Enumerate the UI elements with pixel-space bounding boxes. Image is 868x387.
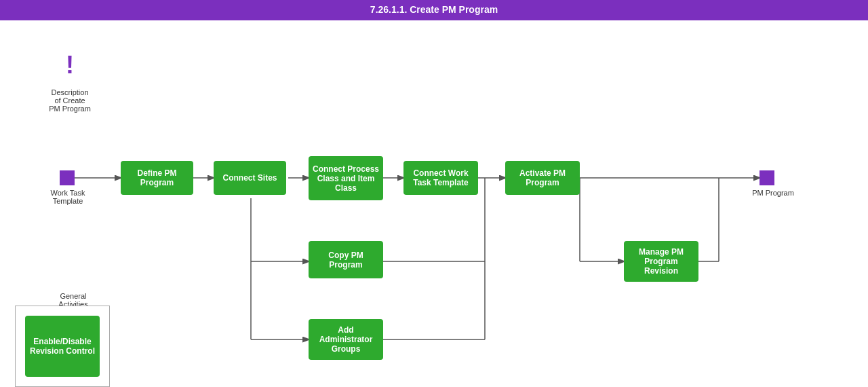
activate-pm-node[interactable]: Activate PMProgram bbox=[505, 161, 580, 195]
canvas: ! Descriptionof CreatePM Program Work Ta… bbox=[0, 20, 868, 387]
arrows-svg bbox=[0, 20, 868, 387]
work-task-template-icon bbox=[60, 170, 75, 185]
add-administrator-groups-node[interactable]: AddAdministratorGroups bbox=[309, 319, 383, 360]
description-label: Descriptionof CreatePM Program bbox=[43, 88, 97, 113]
page-title: 7.26.1.1. Create PM Program bbox=[370, 4, 498, 15]
pm-program-label: PM Program bbox=[746, 189, 800, 197]
exclamation-icon: ! bbox=[66, 51, 74, 79]
connect-process-class-node[interactable]: Connect ProcessClass and ItemClass bbox=[309, 156, 383, 200]
connect-sites-node[interactable]: Connect Sites bbox=[214, 161, 286, 195]
enable-disable-node[interactable]: Enable/DisableRevision Control bbox=[25, 316, 100, 377]
pm-program-icon bbox=[760, 170, 774, 185]
copy-pm-node[interactable]: Copy PMProgram bbox=[309, 241, 383, 278]
work-task-template-label: Work TaskTemplate bbox=[41, 189, 95, 205]
title-bar: 7.26.1.1. Create PM Program bbox=[0, 0, 868, 20]
general-activities-box: Enable/DisableRevision Control bbox=[15, 306, 110, 387]
connect-work-task-node[interactable]: Connect WorkTask Template bbox=[403, 161, 478, 195]
define-pm-program-node[interactable]: Define PMProgram bbox=[121, 161, 193, 195]
manage-pm-revision-node[interactable]: Manage PMProgramRevision bbox=[624, 241, 698, 282]
